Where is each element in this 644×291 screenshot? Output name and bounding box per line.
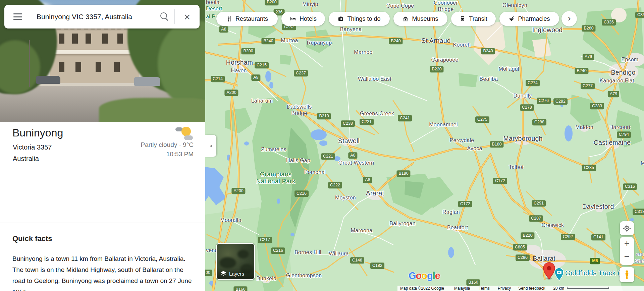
- road-shield: 00: [205, 270, 212, 276]
- menu-icon[interactable]: [13, 13, 22, 20]
- road-shield: C336: [635, 12, 644, 18]
- road-shield: C277: [581, 83, 595, 89]
- pegman-button[interactable]: [620, 267, 634, 282]
- my-location-button[interactable]: [620, 221, 634, 235]
- road-shield: C805: [513, 244, 527, 250]
- chips-scroll-right-button[interactable]: ›: [561, 11, 577, 26]
- road-shield: B240: [575, 68, 588, 74]
- map-town-label: Bendigo: [611, 69, 636, 76]
- google-logo-letter: o: [421, 270, 427, 281]
- quick-facts-body: Buninyong is a town 11 km from Ballarat …: [12, 253, 194, 291]
- close-icon[interactable]: ×: [179, 11, 195, 22]
- chip-label: Restaurants: [235, 15, 268, 22]
- layers-icon: [220, 270, 227, 277]
- photo-window: [59, 34, 64, 44]
- road-shield: A8: [348, 152, 357, 159]
- map-town-label: Glenthompson: [286, 272, 322, 279]
- google-logo-letter: l: [433, 270, 435, 281]
- map-park-label: Desert: [206, 5, 222, 12]
- road-shield: C291: [532, 200, 546, 207]
- chip-museums[interactable]: Museums: [393, 12, 447, 26]
- road-shield: M8: [590, 258, 600, 264]
- chevron-right-icon: ›: [568, 13, 571, 23]
- pharmacies-icon: [508, 16, 515, 22]
- chip-restaurants[interactable]: Restaurants: [216, 12, 278, 26]
- send-feedback-link[interactable]: Send feedback: [518, 286, 545, 291]
- photo-grass: [99, 98, 205, 122]
- road-shield: C141: [591, 234, 605, 240]
- map-town-label: Creswick: [542, 222, 564, 228]
- trail-label[interactable]: Goldfields Track (: [565, 269, 620, 277]
- search-bar: Buninyong VIC 3357, Australia ×: [4, 5, 200, 28]
- layers-control[interactable]: Layers: [216, 243, 255, 280]
- weather-condition: Partly cloudy · 9°C: [141, 141, 194, 149]
- chip-things-to-do[interactable]: Things to do: [329, 12, 390, 26]
- chip-label: Things to do: [347, 15, 380, 22]
- map-canvas[interactable]: A8B200B240B200C215C237C214A8A200B210C238…: [205, 0, 644, 291]
- place-country: Australia: [13, 155, 39, 163]
- road-shield: C237: [294, 70, 308, 76]
- zoom-control: + −: [620, 237, 634, 265]
- map-town-label: St Arnaud: [421, 38, 450, 44]
- search-icon[interactable]: [160, 12, 170, 22]
- chip-label: Transit: [469, 15, 487, 22]
- map-town-label: Horsham: [226, 59, 253, 66]
- map-town-label: Zumsteins: [261, 146, 286, 153]
- hotels-icon: [290, 16, 296, 22]
- google-logo-letter: G: [409, 270, 416, 281]
- street-view-photo[interactable]: Buninyong VIC 3357, Australia ×: [0, 0, 205, 122]
- map-attribution-bar: Map data ©2022 Google Malaysia Terms Pri…: [397, 286, 644, 291]
- map-park-label: Grampians National Park: [256, 171, 296, 185]
- road-shield: C292: [561, 234, 575, 240]
- terms-link[interactable]: Terms: [479, 286, 490, 291]
- search-input[interactable]: Buninyong VIC 3357, Australia: [37, 13, 160, 21]
- road-shield: C182: [370, 263, 384, 269]
- trail-photo-marker[interactable]: [554, 268, 564, 281]
- road-shield: C238: [341, 120, 355, 127]
- map-town-label: Dadswells Bridge: [287, 104, 312, 116]
- map-town-label: Haven: [231, 67, 247, 74]
- map-town-label: Dunkeld: [256, 275, 276, 282]
- quick-facts-section: Quick facts Buninyong is a town 11 km fr…: [0, 223, 205, 291]
- road-shield: C216: [271, 247, 285, 254]
- chip-pharmacies[interactable]: Pharmacies: [499, 12, 559, 26]
- map-town-label: Ballyrogan: [389, 220, 416, 227]
- photo-window: [59, 62, 64, 72]
- map-town-label: Willaura: [329, 250, 348, 257]
- road-shield: B240: [261, 38, 275, 44]
- road-shield: C282: [553, 98, 568, 105]
- chip-transit[interactable]: Transit: [451, 12, 496, 26]
- road-shield: C215: [255, 62, 269, 68]
- side-panel-collapse-button[interactable]: ◄: [205, 135, 216, 157]
- weather-widget: Partly cloudy · 9°C 10:53 PM: [141, 127, 194, 158]
- empty-section: [0, 175, 205, 223]
- road-shield: C318: [633, 209, 644, 215]
- chip-hotels[interactable]: Hotels: [281, 12, 325, 26]
- map-town-label: Daylesford: [582, 203, 614, 210]
- road-shield: C172: [493, 178, 507, 184]
- photo-veranda: [50, 50, 139, 54]
- photo-car: [36, 76, 60, 84]
- photo-window: [72, 34, 78, 44]
- zoom-in-button[interactable]: +: [620, 237, 634, 250]
- map-town-label: Mooralla: [220, 217, 241, 223]
- privacy-link[interactable]: Privacy: [498, 286, 511, 291]
- partly-cloudy-night-icon: [175, 127, 193, 140]
- road-shield: B160: [233, 286, 247, 291]
- zoom-out-button[interactable]: −: [620, 250, 634, 263]
- map-town-label: Pomonal: [304, 169, 326, 175]
- road-shield: C285: [582, 165, 596, 171]
- map-town-label: Minyip: [302, 1, 318, 7]
- map-pin[interactable]: [543, 262, 555, 280]
- place-address: Victoria 3357: [13, 143, 52, 151]
- map-town-label: Ballarat: [533, 255, 555, 262]
- road-shield: B200: [241, 48, 255, 54]
- map-data-attribution: Map data ©2022 Google: [400, 286, 444, 291]
- road-shield: A200: [231, 188, 245, 194]
- chip-label: Hotels: [300, 15, 317, 22]
- crosshair-icon: [623, 224, 631, 232]
- map-town-label: Greens Creek: [360, 110, 394, 117]
- google-logo-letter: e: [435, 270, 440, 281]
- map-town-label: Great Western: [338, 160, 374, 166]
- category-chips: Restaurants Hotels Things to do: [216, 12, 559, 26]
